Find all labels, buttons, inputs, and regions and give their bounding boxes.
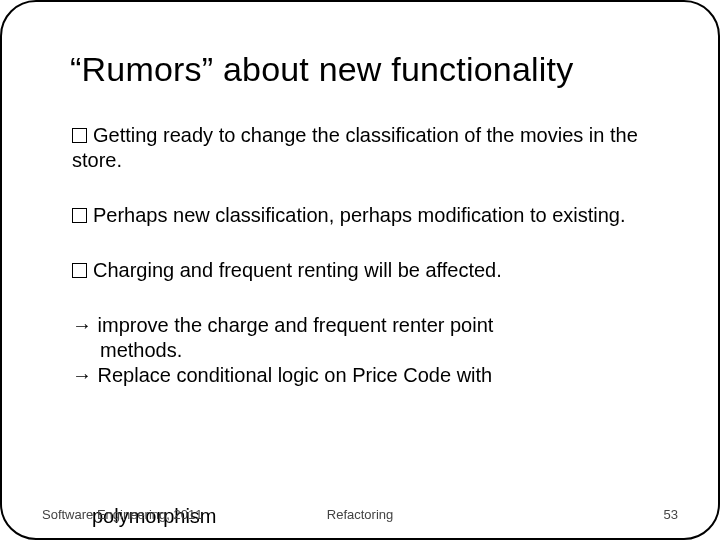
bullet-text: Getting ready to change the classificati… — [72, 124, 638, 171]
footer-left: Software Engineering, 2011 — [42, 507, 202, 522]
slide-title: “Rumors” about new functionality — [70, 50, 668, 89]
bullet-square-icon — [72, 263, 87, 278]
bullet-text: Charging and frequent renting will be af… — [93, 259, 502, 281]
footer-center: Refactoring — [327, 507, 393, 522]
footer-page-number: 53 — [664, 507, 678, 522]
arrow-block: → improve the charge and frequent renter… — [72, 313, 668, 388]
arrow-text: → Replace conditional logic on Price Cod… — [72, 364, 492, 386]
slide-frame: “Rumors” about new functionality Getting… — [0, 0, 720, 540]
bullet-item: Perhaps new classification, perhaps modi… — [72, 203, 668, 228]
arrow-text: → improve the charge and frequent renter… — [72, 314, 493, 336]
bullet-list: Getting ready to change the classificati… — [72, 123, 668, 283]
bullet-text: Perhaps new classification, perhaps modi… — [93, 204, 626, 226]
bullet-item: Getting ready to change the classificati… — [72, 123, 668, 173]
arrow-text-cont: methods. — [100, 338, 668, 363]
bullet-square-icon — [72, 208, 87, 223]
bullet-square-icon — [72, 128, 87, 143]
bullet-item: Charging and frequent renting will be af… — [72, 258, 668, 283]
